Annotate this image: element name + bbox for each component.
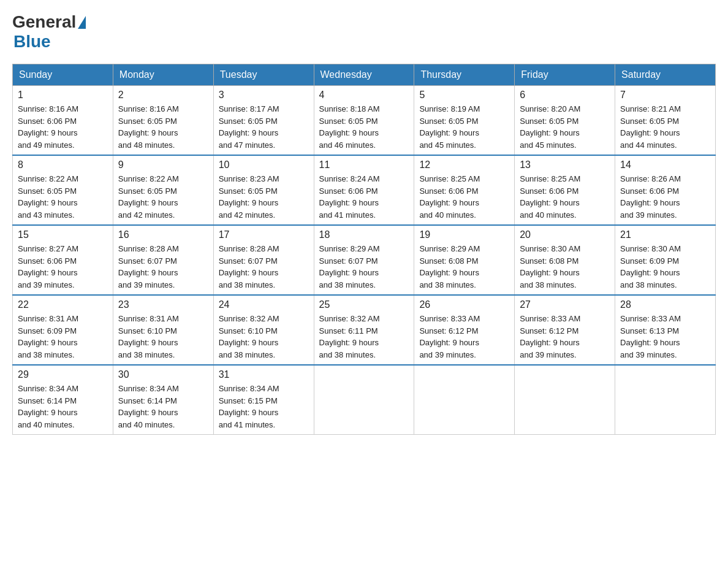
day-info: Sunrise: 8:34 AMSunset: 6:15 PMDaylight:… bbox=[219, 383, 309, 431]
day-of-week-header: Thursday bbox=[414, 64, 515, 86]
calendar-day-cell: 27Sunrise: 8:33 AMSunset: 6:12 PMDayligh… bbox=[515, 295, 615, 365]
calendar-day-cell: 13Sunrise: 8:25 AMSunset: 6:06 PMDayligh… bbox=[515, 155, 615, 225]
day-info: Sunrise: 8:26 AMSunset: 6:06 PMDaylight:… bbox=[620, 173, 710, 221]
day-info: Sunrise: 8:28 AMSunset: 6:07 PMDaylight:… bbox=[219, 243, 309, 291]
calendar-day-cell: 15Sunrise: 8:27 AMSunset: 6:06 PMDayligh… bbox=[13, 225, 113, 295]
calendar-day-cell bbox=[515, 365, 615, 435]
day-info: Sunrise: 8:16 AMSunset: 6:05 PMDaylight:… bbox=[118, 103, 208, 151]
day-number: 29 bbox=[18, 369, 108, 380]
day-number: 2 bbox=[118, 90, 208, 101]
calendar-day-cell: 22Sunrise: 8:31 AMSunset: 6:09 PMDayligh… bbox=[13, 295, 113, 365]
day-info: Sunrise: 8:32 AMSunset: 6:10 PMDaylight:… bbox=[219, 313, 309, 361]
day-number: 24 bbox=[219, 299, 309, 310]
calendar-day-cell bbox=[615, 365, 716, 435]
day-of-week-header: Friday bbox=[515, 64, 615, 86]
day-number: 18 bbox=[319, 229, 409, 240]
day-number: 1 bbox=[18, 90, 108, 101]
calendar-day-cell: 26Sunrise: 8:33 AMSunset: 6:12 PMDayligh… bbox=[414, 295, 515, 365]
day-info: Sunrise: 8:29 AMSunset: 6:07 PMDaylight:… bbox=[319, 243, 409, 291]
day-number: 30 bbox=[118, 369, 208, 380]
calendar-day-cell: 21Sunrise: 8:30 AMSunset: 6:09 PMDayligh… bbox=[615, 225, 716, 295]
calendar-day-cell: 12Sunrise: 8:25 AMSunset: 6:06 PMDayligh… bbox=[414, 155, 515, 225]
calendar-day-cell: 23Sunrise: 8:31 AMSunset: 6:10 PMDayligh… bbox=[113, 295, 213, 365]
calendar-day-cell: 11Sunrise: 8:24 AMSunset: 6:06 PMDayligh… bbox=[314, 155, 414, 225]
logo-triangle-icon bbox=[78, 16, 86, 29]
day-number: 21 bbox=[620, 229, 710, 240]
calendar-day-cell: 28Sunrise: 8:33 AMSunset: 6:13 PMDayligh… bbox=[615, 295, 716, 365]
calendar-day-cell: 6Sunrise: 8:20 AMSunset: 6:05 PMDaylight… bbox=[515, 86, 615, 156]
day-number: 20 bbox=[520, 229, 610, 240]
day-of-week-header: Wednesday bbox=[314, 64, 414, 86]
day-info: Sunrise: 8:22 AMSunset: 6:05 PMDaylight:… bbox=[118, 173, 208, 221]
calendar-table: SundayMondayTuesdayWednesdayThursdayFrid… bbox=[12, 64, 716, 435]
day-info: Sunrise: 8:17 AMSunset: 6:05 PMDaylight:… bbox=[219, 103, 309, 151]
calendar-day-cell: 16Sunrise: 8:28 AMSunset: 6:07 PMDayligh… bbox=[113, 225, 213, 295]
calendar-day-cell: 30Sunrise: 8:34 AMSunset: 6:14 PMDayligh… bbox=[113, 365, 213, 435]
calendar-day-cell: 31Sunrise: 8:34 AMSunset: 6:15 PMDayligh… bbox=[213, 365, 314, 435]
day-info: Sunrise: 8:34 AMSunset: 6:14 PMDaylight:… bbox=[18, 383, 108, 431]
day-of-week-header: Sunday bbox=[13, 64, 113, 86]
day-number: 9 bbox=[118, 159, 208, 170]
calendar-day-cell: 25Sunrise: 8:32 AMSunset: 6:11 PMDayligh… bbox=[314, 295, 414, 365]
day-info: Sunrise: 8:19 AMSunset: 6:05 PMDaylight:… bbox=[419, 103, 509, 151]
calendar-week-row: 15Sunrise: 8:27 AMSunset: 6:06 PMDayligh… bbox=[13, 225, 716, 295]
day-info: Sunrise: 8:20 AMSunset: 6:05 PMDaylight:… bbox=[520, 103, 610, 151]
day-number: 31 bbox=[219, 369, 309, 380]
day-info: Sunrise: 8:22 AMSunset: 6:05 PMDaylight:… bbox=[18, 173, 108, 221]
day-info: Sunrise: 8:33 AMSunset: 6:13 PMDaylight:… bbox=[620, 313, 710, 361]
day-info: Sunrise: 8:29 AMSunset: 6:08 PMDaylight:… bbox=[419, 243, 509, 291]
day-number: 26 bbox=[419, 299, 509, 310]
calendar-day-cell: 17Sunrise: 8:28 AMSunset: 6:07 PMDayligh… bbox=[213, 225, 314, 295]
day-number: 12 bbox=[419, 159, 509, 170]
calendar-day-cell: 24Sunrise: 8:32 AMSunset: 6:10 PMDayligh… bbox=[213, 295, 314, 365]
calendar-header-row: SundayMondayTuesdayWednesdayThursdayFrid… bbox=[13, 64, 716, 86]
day-info: Sunrise: 8:33 AMSunset: 6:12 PMDaylight:… bbox=[419, 313, 509, 361]
calendar-day-cell: 5Sunrise: 8:19 AMSunset: 6:05 PMDaylight… bbox=[414, 86, 515, 156]
day-number: 27 bbox=[520, 299, 610, 310]
calendar-day-cell: 2Sunrise: 8:16 AMSunset: 6:05 PMDaylight… bbox=[113, 86, 213, 156]
calendar-day-cell: 18Sunrise: 8:29 AMSunset: 6:07 PMDayligh… bbox=[314, 225, 414, 295]
calendar-week-row: 29Sunrise: 8:34 AMSunset: 6:14 PMDayligh… bbox=[13, 365, 716, 435]
day-number: 4 bbox=[319, 90, 409, 101]
day-of-week-header: Monday bbox=[113, 64, 213, 86]
day-number: 7 bbox=[620, 90, 710, 101]
logo-general-text: General bbox=[12, 12, 76, 32]
day-info: Sunrise: 8:21 AMSunset: 6:05 PMDaylight:… bbox=[620, 103, 710, 151]
day-info: Sunrise: 8:28 AMSunset: 6:07 PMDaylight:… bbox=[118, 243, 208, 291]
day-number: 22 bbox=[18, 299, 108, 310]
day-number: 16 bbox=[118, 229, 208, 240]
logo: General Blue bbox=[12, 12, 87, 52]
calendar-day-cell: 14Sunrise: 8:26 AMSunset: 6:06 PMDayligh… bbox=[615, 155, 716, 225]
day-info: Sunrise: 8:32 AMSunset: 6:11 PMDaylight:… bbox=[319, 313, 409, 361]
day-number: 10 bbox=[219, 159, 309, 170]
day-info: Sunrise: 8:33 AMSunset: 6:12 PMDaylight:… bbox=[520, 313, 610, 361]
day-info: Sunrise: 8:16 AMSunset: 6:06 PMDaylight:… bbox=[18, 103, 108, 151]
day-number: 3 bbox=[219, 90, 309, 101]
day-number: 17 bbox=[219, 229, 309, 240]
calendar-day-cell: 20Sunrise: 8:30 AMSunset: 6:08 PMDayligh… bbox=[515, 225, 615, 295]
day-number: 6 bbox=[520, 90, 610, 101]
day-number: 25 bbox=[319, 299, 409, 310]
calendar-day-cell: 7Sunrise: 8:21 AMSunset: 6:05 PMDaylight… bbox=[615, 86, 716, 156]
day-number: 19 bbox=[419, 229, 509, 240]
day-of-week-header: Saturday bbox=[615, 64, 716, 86]
day-number: 15 bbox=[18, 229, 108, 240]
day-info: Sunrise: 8:25 AMSunset: 6:06 PMDaylight:… bbox=[520, 173, 610, 221]
day-info: Sunrise: 8:24 AMSunset: 6:06 PMDaylight:… bbox=[319, 173, 409, 221]
day-info: Sunrise: 8:23 AMSunset: 6:05 PMDaylight:… bbox=[219, 173, 309, 221]
day-number: 5 bbox=[419, 90, 509, 101]
day-number: 28 bbox=[620, 299, 710, 310]
day-number: 8 bbox=[18, 159, 108, 170]
logo-blue-text: Blue bbox=[13, 32, 51, 51]
calendar-day-cell: 4Sunrise: 8:18 AMSunset: 6:05 PMDaylight… bbox=[314, 86, 414, 156]
calendar-week-row: 1Sunrise: 8:16 AMSunset: 6:06 PMDaylight… bbox=[13, 86, 716, 156]
day-of-week-header: Tuesday bbox=[213, 64, 314, 86]
day-info: Sunrise: 8:30 AMSunset: 6:08 PMDaylight:… bbox=[520, 243, 610, 291]
day-info: Sunrise: 8:34 AMSunset: 6:14 PMDaylight:… bbox=[118, 383, 208, 431]
logo-blue-line: Blue bbox=[12, 32, 51, 52]
calendar-day-cell: 1Sunrise: 8:16 AMSunset: 6:06 PMDaylight… bbox=[13, 86, 113, 156]
day-info: Sunrise: 8:31 AMSunset: 6:09 PMDaylight:… bbox=[18, 313, 108, 361]
calendar-day-cell bbox=[414, 365, 515, 435]
calendar-day-cell bbox=[314, 365, 414, 435]
day-info: Sunrise: 8:31 AMSunset: 6:10 PMDaylight:… bbox=[118, 313, 208, 361]
